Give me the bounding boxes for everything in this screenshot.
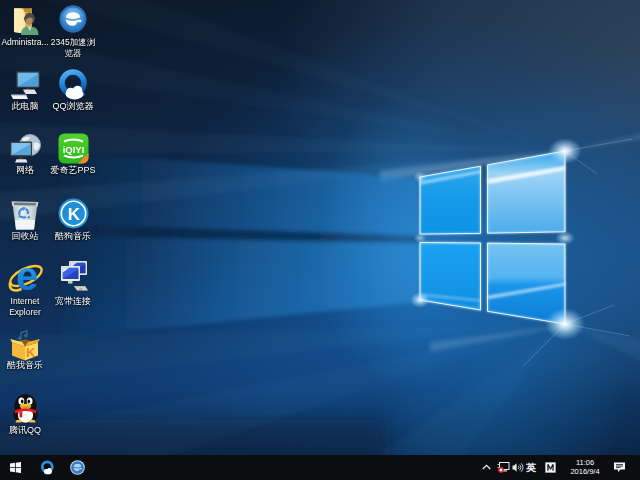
svg-text:K: K (26, 345, 36, 360)
svg-text:英: 英 (525, 462, 537, 473)
svg-text:iQIYI: iQIYI (63, 144, 85, 155)
svg-text:K: K (68, 205, 81, 224)
